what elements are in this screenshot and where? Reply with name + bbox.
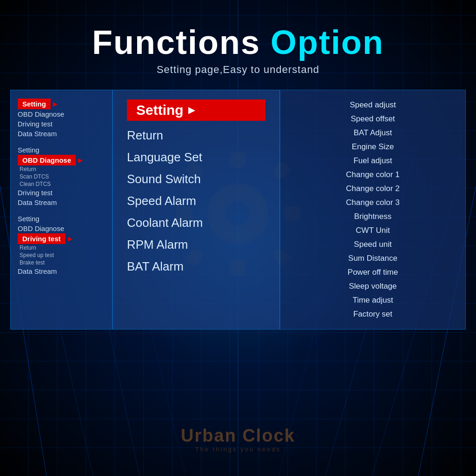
nav-group-3: Setting OBD Diagnose Driving test Return… [18, 214, 105, 276]
right-sleep-voltage[interactable]: Sleep voltage [349, 281, 397, 292]
nav-obd-2[interactable]: OBD Diagnose [18, 155, 76, 165]
nav-driving-2[interactable]: Driving test [18, 188, 105, 198]
center-setting[interactable]: Setting [127, 99, 265, 121]
nav-setting-3[interactable]: Setting [18, 214, 105, 224]
title-option: Option [260, 24, 384, 61]
nav-sub-return-3[interactable]: Return [18, 244, 105, 251]
nav-data-2[interactable]: Data Stream [18, 198, 105, 207]
main-title: Functions Option [92, 23, 384, 61]
center-rpm[interactable]: RPM Alarm [127, 236, 265, 254]
right-speed-unit[interactable]: Speed unit [354, 239, 391, 250]
title-functions: Functions [92, 24, 260, 61]
nav-group-2: Setting OBD Diagnose Return Scan DTCS Cl… [18, 145, 105, 207]
center-language[interactable]: Language Set [127, 148, 265, 166]
right-change-color-3[interactable]: Change color 3 [346, 197, 399, 208]
right-factory-set[interactable]: Factory set [353, 309, 392, 320]
nav-setting-2[interactable]: Setting [18, 145, 105, 155]
right-time-adjust[interactable]: Time adjust [352, 295, 393, 306]
nav-obd-3[interactable]: OBD Diagnose [18, 224, 105, 233]
right-brightness[interactable]: Brightness [354, 211, 391, 222]
center-panel: Setting Return Language Set Sound Switch… [112, 90, 280, 330]
right-fuel-adjust[interactable]: Fuel adjust [353, 155, 392, 166]
nav-driving-3[interactable]: Driving test [18, 233, 66, 244]
right-sum-distance[interactable]: Sum Distance [348, 253, 397, 264]
nav-sub-return-2[interactable]: Return [18, 165, 105, 173]
nav-driving-1[interactable]: Driving test [18, 119, 105, 129]
nav-data-1[interactable]: Data Stream [18, 129, 105, 139]
nav-sub-speedup[interactable]: Speed up test [18, 251, 105, 259]
right-engine-size[interactable]: Engine Size [352, 141, 394, 152]
center-sound[interactable]: Sound Switch [127, 170, 265, 188]
right-bat-adjust[interactable]: BAT Adjust [354, 127, 392, 139]
center-coolant[interactable]: Coolant Alarm [127, 214, 265, 232]
nav-sub-scan[interactable]: Scan DTCS [18, 173, 105, 180]
nav-group-1: Setting OBD Diagnose Driving test Data S… [18, 99, 105, 139]
right-speed-adjust[interactable]: Speed adjust [350, 99, 396, 111]
title-section: Functions Option Setting page,Easy to un… [92, 23, 384, 76]
right-panel: Speed adjust Speed offset BAT Adjust Eng… [280, 90, 466, 330]
center-return[interactable]: Return [127, 126, 265, 145]
center-speed-alarm[interactable]: Speed Alarm [127, 192, 265, 210]
nav-sub-clean[interactable]: Clean DTCS [18, 180, 105, 188]
right-power-off[interactable]: Power off time [348, 267, 398, 278]
right-change-color-2[interactable]: Change color 2 [346, 183, 399, 194]
nav-obd-1[interactable]: OBD Diagnose [18, 109, 105, 119]
left-panel: Setting OBD Diagnose Driving test Data S… [10, 90, 112, 330]
nav-setting-1[interactable]: Setting [18, 99, 51, 109]
subtitle: Setting page,Easy to understand [92, 64, 384, 76]
right-speed-offset[interactable]: Speed offset [350, 113, 395, 125]
content-area: Setting OBD Diagnose Driving test Data S… [10, 90, 466, 330]
center-bat[interactable]: BAT Alarm [127, 258, 265, 276]
nav-data-3[interactable]: Data Stream [18, 266, 105, 276]
right-change-color-1[interactable]: Change color 1 [346, 169, 399, 180]
nav-sub-brake[interactable]: Brake test [18, 259, 105, 266]
right-cwt-unit[interactable]: CWT Unit [356, 225, 390, 236]
